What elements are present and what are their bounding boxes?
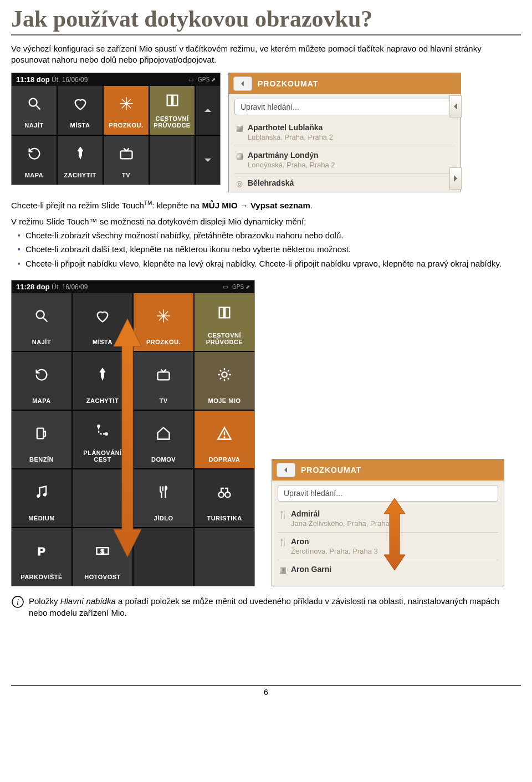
tile-zachytit[interactable]: ZACHYTIT: [58, 136, 103, 185]
tile-mapa[interactable]: MAPA: [12, 352, 71, 410]
tile-cestovn-pr-vodce[interactable]: CESTOVNÍ PRŮVODCE: [195, 293, 254, 351]
tile-naj-t[interactable]: NAJÍT: [12, 293, 71, 351]
page-number: 6: [264, 688, 268, 697]
panel-arrow-right[interactable]: [449, 167, 462, 190]
search-input[interactable]: Upravit hledání...: [278, 485, 498, 502]
fork-icon: [156, 469, 171, 515]
page-footer: 6: [11, 685, 521, 697]
tile-empty: [73, 469, 132, 527]
intro-paragraph: Ve výchozí konfiguraci se zařízení Mio s…: [11, 43, 521, 66]
scroll-up-button[interactable]: [196, 86, 220, 135]
tile-m-dium[interactable]: MÉDIUM: [12, 469, 71, 527]
tile-hotovost[interactable]: $HOTOVOST: [73, 528, 132, 586]
book-icon: [217, 293, 232, 332]
tile-prozkoumat[interactable]: PROZKOU.: [104, 86, 149, 135]
phone1-statusbar: 11:18 dop Út, 16/06/09 ▭ GPS ⬈: [12, 73, 220, 86]
route-icon: [95, 411, 110, 449]
pin-icon: [95, 352, 110, 397]
tile-benz-n[interactable]: BENZÍN: [12, 411, 71, 468]
svg-point-12: [37, 494, 40, 497]
bullet-item: Chcete-li připojit nabídku vlevo, klepně…: [18, 258, 521, 270]
list-item[interactable]: 🍴 Admirál Jana Želivského, Praha, Praha …: [278, 505, 498, 532]
svg-rect-5: [158, 372, 170, 380]
list-item[interactable]: 🍴 Aron Žerotínova, Praha, Praha 3: [278, 532, 498, 560]
sparkle-icon: [156, 293, 171, 339]
parking-icon: P: [34, 528, 49, 574]
tile-mista[interactable]: MÍSTA: [58, 86, 103, 135]
gps-icon: GPS ⬈: [232, 284, 250, 290]
search-icon: [34, 293, 49, 339]
figure-row-2: 11:28 dop Út, 16/06/09 ▭ GPS ⬈ NAJÍTMÍST…: [11, 280, 521, 586]
tile-najit[interactable]: NAJÍT: [12, 86, 57, 135]
list-item[interactable]: ▦ Apartmány Londýn Londýnská, Praha, Pra…: [234, 146, 455, 173]
list-item[interactable]: ◎ Bělehradská: [234, 173, 455, 192]
grid-icon: ▦: [234, 124, 244, 132]
target-icon: ◎: [234, 179, 244, 188]
tile-m-sta[interactable]: MÍSTA: [73, 293, 132, 351]
svg-point-6: [222, 372, 227, 377]
fork-icon: 🍴: [278, 510, 288, 519]
phone-screenshot-button-mode: 11:18 dop Út, 16/06/09 ▭ GPS ⬈ NAJÍT MÍS…: [11, 73, 221, 185]
tile-zachytit[interactable]: ZACHYTIT: [73, 352, 132, 410]
tile-doprava[interactable]: DOPRAVA: [195, 411, 254, 468]
svg-text:$: $: [100, 547, 104, 554]
search-icon: [27, 86, 42, 122]
instruction-dynamic: V režimu Slide Touch™ se možnosti na dot…: [11, 217, 521, 226]
tile-tv[interactable]: TV: [104, 136, 149, 185]
tile-j-dlo[interactable]: JÍDLO: [134, 469, 193, 527]
music-icon: [34, 469, 49, 515]
panel2-title: PROZKOUMAT: [301, 466, 361, 474]
grid-icon: ▦: [234, 151, 244, 160]
tile-turistika[interactable]: TURISTIKA: [195, 469, 254, 527]
warn-icon: [217, 411, 232, 456]
bullet-list: Chcete-li zobrazit všechny možnosti nabí…: [11, 229, 521, 270]
tile-parkovi-t[interactable]: PPARKOVIŠTĚ: [12, 528, 71, 586]
cash-icon: $: [95, 528, 110, 574]
tile-pruvodce[interactable]: CESTOVNÍ PRŮVODCE: [150, 86, 195, 135]
tv-icon: [156, 352, 171, 397]
tile-empty: [195, 528, 254, 586]
bullet-item: Chcete-li zobrazit další text, klepněte …: [18, 243, 521, 255]
fork-icon: 🍴: [278, 538, 288, 546]
battery-icon: ▭: [223, 284, 228, 290]
svg-rect-2: [120, 151, 132, 159]
svg-text:P: P: [38, 545, 46, 558]
sparkle-icon: [119, 86, 134, 122]
svg-rect-7: [37, 428, 44, 438]
gps-icon: GPS ⬈: [198, 76, 216, 83]
panel-arrow-left[interactable]: [449, 95, 462, 117]
phone2-clock: 11:28 dop Út, 16/06/09: [16, 283, 88, 291]
heart-icon: [73, 86, 88, 122]
tile-moje-mio[interactable]: MOJE MIO: [195, 352, 254, 410]
svg-point-0: [29, 99, 37, 106]
loop-icon: [34, 352, 49, 397]
back-button[interactable]: [277, 463, 295, 477]
panel1-title: PROZKOUMAT: [258, 79, 318, 88]
home-icon: [156, 411, 171, 456]
list-item[interactable]: ▦ Aparthotel Lublaňka Lublaňská, Praha, …: [234, 119, 455, 146]
prozkoumat-panel-1: PROZKOUMAT Upravit hledání... ▦ Aparthot…: [228, 73, 461, 192]
list-item[interactable]: ▦ Aron Garni: [278, 560, 498, 578]
svg-text:i: i: [17, 597, 19, 606]
instruction-slide-touch: Chcete-li přejít na režim Slide TouchTM:…: [11, 200, 521, 210]
prozkoumat-panel-2: PROZKOUMAT Upravit hledání... 🍴 Admirál …: [272, 459, 504, 586]
tile-mapa[interactable]: MAPA: [12, 136, 57, 185]
tile-empty: [134, 528, 193, 586]
phone2-statusbar: 11:28 dop Út, 16/06/09 ▭ GPS ⬈: [12, 280, 254, 293]
tile-tv[interactable]: TV: [134, 352, 193, 410]
info-icon: i: [11, 595, 24, 609]
svg-point-13: [44, 493, 47, 496]
phone-screenshot-slide-mode: 11:28 dop Út, 16/06/09 ▭ GPS ⬈ NAJÍTMÍST…: [11, 280, 255, 586]
tv-icon: [119, 136, 134, 172]
scroll-down-button[interactable]: [196, 136, 220, 185]
svg-point-11: [224, 437, 225, 438]
tile-domov[interactable]: DOMOV: [134, 411, 193, 468]
svg-point-8: [98, 425, 100, 427]
svg-point-9: [105, 432, 108, 435]
tile-prozkou[interactable]: PROZKOU.: [134, 293, 193, 351]
search-input[interactable]: Upravit hledání...: [234, 99, 455, 115]
pin-icon: [73, 136, 88, 172]
tile-pl-nov-n-cest[interactable]: PLÁNOVÁNÍ CEST: [73, 411, 132, 468]
svg-line-4: [44, 318, 48, 321]
back-button[interactable]: [233, 76, 252, 91]
